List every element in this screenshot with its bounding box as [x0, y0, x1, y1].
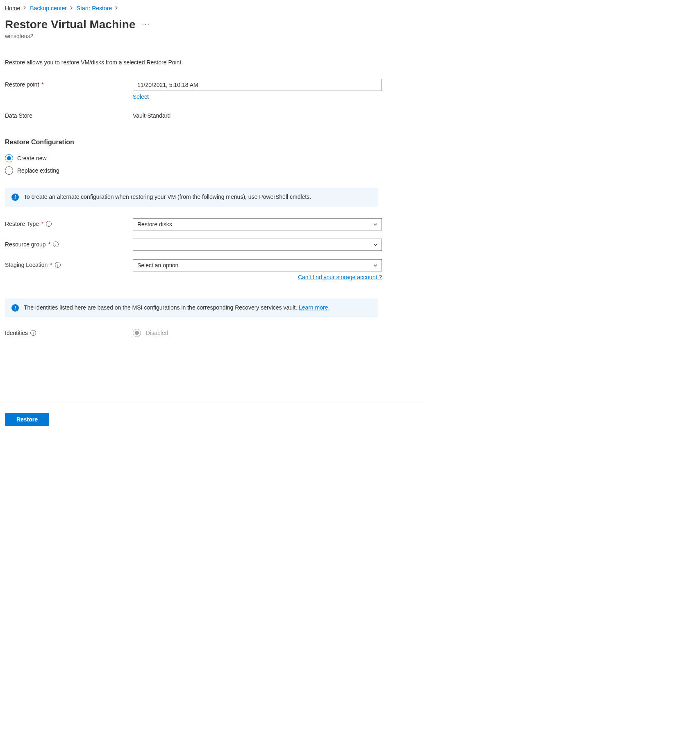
required-indicator: * — [41, 81, 43, 88]
info-icon[interactable]: i — [46, 221, 52, 227]
radio-disabled-icon — [133, 329, 141, 337]
info-box-identities: i The identities listed here are based o… — [5, 298, 378, 317]
staging-location-select[interactable] — [133, 259, 382, 271]
radio-create-new-label: Create new — [17, 155, 47, 162]
info-icon[interactable]: i — [30, 330, 36, 336]
restore-point-select-link[interactable]: Select — [133, 93, 149, 100]
page-description: Restore allows you to restore VM/disks f… — [5, 59, 421, 66]
breadcrumb: Home Backup center Start: Restore — [5, 5, 421, 11]
radio-icon — [5, 154, 13, 162]
footer: Restore — [0, 403, 426, 426]
resource-group-select[interactable] — [133, 239, 382, 251]
resource-group-label: Resource group * i — [5, 239, 133, 248]
info-icon[interactable]: i — [55, 262, 61, 268]
staging-location-label: Staging Location * i — [5, 259, 133, 268]
radio-icon — [5, 166, 13, 175]
restore-configuration-heading: Restore Configuration — [5, 139, 382, 146]
radio-create-new[interactable]: Create new — [5, 154, 382, 162]
info-box-text: The identities listed here are based on … — [24, 304, 330, 311]
identities-disabled-label: Disabled — [146, 330, 168, 336]
restore-point-input[interactable] — [133, 79, 382, 91]
restore-type-select[interactable] — [133, 218, 382, 230]
data-store-label: Data Store — [5, 110, 133, 119]
page-subtitle: winsqleus2 — [5, 33, 421, 39]
required-indicator: * — [41, 221, 43, 227]
breadcrumb-start-restore[interactable]: Start: Restore — [77, 5, 112, 11]
info-box-alt-config: i To create an alternate configuration w… — [5, 188, 378, 207]
radio-replace-existing[interactable]: Replace existing — [5, 166, 382, 175]
chevron-right-icon — [23, 5, 27, 11]
restore-type-label: Restore Type * i — [5, 218, 133, 227]
radio-replace-existing-label: Replace existing — [17, 167, 59, 174]
identities-label: Identities i — [5, 330, 133, 336]
restore-config-radio-group: Create new Replace existing — [5, 154, 382, 175]
info-icon: i — [11, 304, 19, 312]
required-indicator: * — [48, 241, 50, 248]
learn-more-link[interactable]: Learn more. — [299, 304, 330, 311]
more-actions-button[interactable]: ··· — [142, 21, 150, 28]
chevron-right-icon — [115, 5, 118, 11]
required-indicator: * — [50, 262, 52, 268]
info-icon: i — [11, 194, 19, 201]
restore-button[interactable]: Restore — [5, 413, 49, 426]
chevron-right-icon — [70, 5, 73, 11]
storage-account-help-link[interactable]: Can't find your storage account ? — [298, 274, 382, 280]
info-box-text: To create an alternate configuration whe… — [24, 194, 311, 200]
breadcrumb-home[interactable]: Home — [5, 5, 20, 11]
breadcrumb-backup-center[interactable]: Backup center — [30, 5, 67, 11]
info-icon[interactable]: i — [53, 241, 59, 247]
page-title: Restore Virtual Machine — [5, 18, 135, 31]
restore-point-label: Restore point * — [5, 79, 133, 88]
data-store-value: Vault-Standard — [133, 110, 382, 119]
